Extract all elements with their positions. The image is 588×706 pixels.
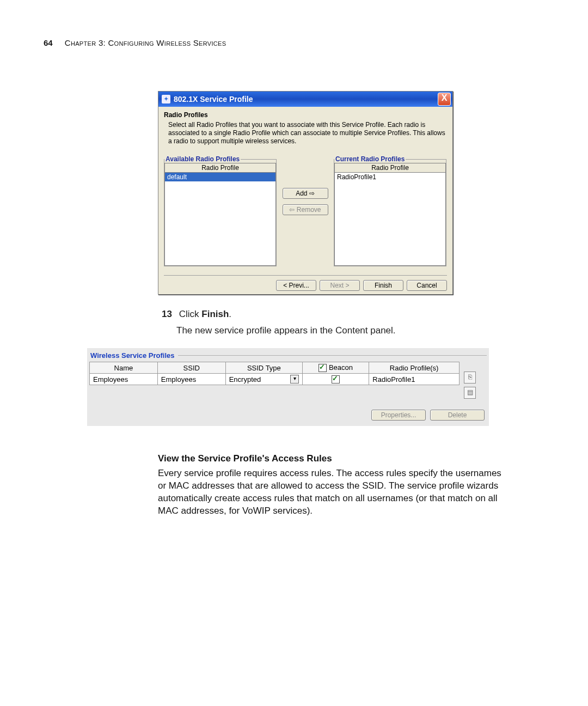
dialog-body: Radio Profiles Select all Radio Profiles…	[158, 107, 452, 294]
col-radio: Radio Profile(s)	[369, 362, 460, 374]
available-header: Radio Profile	[164, 163, 276, 173]
add-button[interactable]: Add ⇨	[283, 188, 328, 199]
service-profile-dialog: ✦ 802.1X Service Profile X Radio Profile…	[158, 91, 453, 295]
radio-profiles-description: Select all Radio Profiles that you want …	[168, 121, 447, 145]
remove-button: ⇦ Remove	[283, 204, 328, 215]
current-header: Radio Profile	[334, 163, 446, 173]
prev-button[interactable]: < Previ...	[276, 280, 316, 291]
next-button: Next >	[320, 280, 360, 291]
step-block: 13 Click Finish. The new service profile…	[158, 309, 536, 336]
step-text-bold: Finish	[201, 309, 229, 319]
radio-profiles-heading: Radio Profiles	[164, 111, 447, 119]
available-legend: Available Radio Profiles	[164, 155, 241, 163]
cancel-button[interactable]: Cancel	[407, 280, 447, 291]
wsp-footer: Properties... Delete	[89, 410, 487, 421]
col-name: Name	[90, 362, 158, 374]
step-line: 13 Click Finish.	[158, 309, 536, 320]
col-ssid-type: SSID Type	[225, 362, 302, 374]
wsp-legend-text: Wireless Service Profiles	[90, 351, 175, 360]
wireless-service-profiles-panel: Wireless Service Profiles Name SSID SSID…	[87, 348, 489, 426]
available-profiles-group: Available Radio Profiles Radio Profile d…	[164, 155, 277, 266]
page-number: 64	[44, 38, 53, 47]
col-beacon-label: Beacon	[329, 363, 353, 372]
beacon-header-checkbox-icon	[318, 364, 327, 372]
chevron-down-icon[interactable]: ▾	[290, 375, 299, 384]
section-title: View the Service Profile's Access Rules	[158, 453, 512, 464]
app-icon: ✦	[162, 95, 170, 104]
list-item[interactable]: RadioProfile1	[335, 173, 445, 181]
wsp-header-row: Name SSID SSID Type Beacon Radio Profile…	[90, 362, 460, 374]
copy-icon[interactable]: ⎘	[464, 372, 476, 384]
dialog-titlebar: ✦ 802.1X Service Profile X	[158, 92, 452, 107]
close-button[interactable]: X	[438, 93, 451, 106]
step-text-prefix: Click	[179, 309, 202, 319]
properties-button: Properties...	[371, 410, 426, 421]
available-listbox[interactable]: default	[164, 173, 276, 266]
cell-ssid-type[interactable]: Encrypted ▾	[225, 374, 302, 385]
delete-button: Delete	[430, 410, 485, 421]
profiles-row: Available Radio Profiles Radio Profile d…	[164, 155, 447, 266]
step-text-suffix: .	[229, 309, 231, 319]
transfer-buttons: Add ⇨ ⇦ Remove	[282, 188, 328, 215]
col-beacon: Beacon	[303, 362, 369, 374]
wsp-legend: Wireless Service Profiles	[90, 351, 487, 360]
cell-name: Employees	[90, 374, 158, 385]
wsp-table: Name SSID SSID Type Beacon Radio Profile…	[89, 362, 460, 385]
current-listbox[interactable]: RadioProfile1	[334, 173, 446, 266]
col-ssid: SSID	[157, 362, 225, 374]
ssid-type-value: Encrypted	[229, 375, 261, 384]
paste-icon[interactable]: ▤	[464, 387, 476, 399]
beacon-checkbox-icon[interactable]	[332, 375, 340, 384]
step-followup: The new service profile appears in the C…	[176, 325, 536, 336]
dialog-footer: < Previ... Next > Finish Cancel	[164, 275, 447, 291]
table-row[interactable]: Employees Employees Encrypted ▾ RadioPro…	[90, 374, 460, 385]
cell-beacon[interactable]	[303, 374, 369, 385]
finish-button[interactable]: Finish	[363, 280, 403, 291]
access-rules-section: View the Service Profile's Access Rules …	[158, 453, 512, 518]
current-profiles-group: Current Radio Profiles Radio Profile Rad…	[334, 155, 446, 266]
list-item[interactable]: default	[165, 173, 275, 181]
page-header: 64 Chapter 3: Configuring Wireless Servi…	[44, 38, 536, 47]
cell-ssid: Employees	[157, 374, 225, 385]
chapter-label: Chapter 3: Configuring Wireless Services	[65, 38, 226, 47]
step-number: 13	[158, 309, 172, 320]
page: 64 Chapter 3: Configuring Wireless Servi…	[0, 0, 588, 550]
dialog-title: 802.1X Service Profile	[174, 95, 438, 104]
side-toolbar: ⎘ ▤	[463, 372, 477, 399]
section-paragraph: Every service profile requires access ru…	[158, 467, 512, 518]
current-legend: Current Radio Profiles	[334, 155, 406, 163]
cell-radio: RadioProfile1	[369, 374, 460, 385]
